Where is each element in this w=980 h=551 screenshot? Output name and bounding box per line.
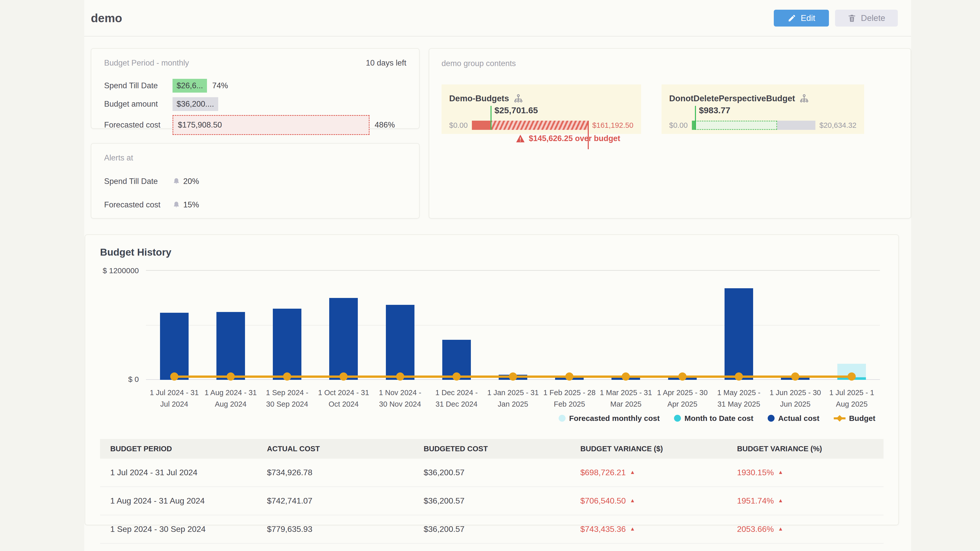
spend-till-date-row: Spend Till Date $26,6... 74% <box>104 79 406 93</box>
spend-till-date-percent: 74% <box>212 81 228 90</box>
spend-till-date-chip: $26,6... <box>172 79 207 93</box>
x-axis-label: 1 Aug 2024 - 31 Aug 2024 <box>202 387 259 410</box>
alert-spend-value: 20% <box>183 177 199 186</box>
hierarchy-icon <box>800 94 809 103</box>
budget-marker <box>622 372 630 381</box>
col-budget-period: BUDGET PERIOD <box>100 439 257 459</box>
legend-swatch-forecast <box>558 415 566 422</box>
forecasted-cost-row: Forecasted cost $175,908.50 486% <box>104 115 406 135</box>
budget-marker <box>396 372 404 381</box>
cell-period: 1 Jul 2024 - 31 Jul 2024 <box>100 459 257 487</box>
budget-tile-name: Demo-Budgets <box>449 94 509 103</box>
cell-budgeted: $36,200.57 <box>414 487 570 515</box>
chart-bar-group <box>372 270 428 380</box>
table-row[interactable]: 1 Sep 2024 - 30 Sep 2024 $779,635.93 $36… <box>100 515 883 543</box>
cell-actual: $779,635.93 <box>257 515 414 543</box>
col-budget-variance-pct: BUDGET VARIANCE (%) <box>727 439 883 459</box>
table-row[interactable]: 1 Aug 2024 - 31 Aug 2024 $742,741.07 $36… <box>100 487 883 515</box>
delete-button[interactable]: Delete <box>835 10 898 27</box>
summary-row: Budget Period - monthly 10 days left Spe… <box>91 48 911 219</box>
delete-button-label: Delete <box>861 13 885 23</box>
legend-forecasted-monthly-cost: Forecasted monthly cost <box>558 414 660 423</box>
warning-icon <box>516 135 525 142</box>
spent-segment <box>472 121 490 130</box>
budget-history-chart: $ 1200000 $ 0 1 Jul 2024 - 31 Jul 20241 … <box>146 270 880 410</box>
bell-icon <box>172 177 180 186</box>
chart-bar-group <box>541 270 598 380</box>
budget-history-title: Budget History <box>100 247 898 258</box>
y-axis-max-label: $ 1200000 <box>103 266 139 275</box>
overflow-line <box>588 121 589 149</box>
alert-forecast-value: 15% <box>183 200 199 210</box>
cell-period: 1 Sep 2024 - 30 Sep 2024 <box>100 515 257 543</box>
pencil-icon <box>788 14 796 22</box>
x-axis-label: 1 May 2025 - 31 May 2025 <box>711 387 767 410</box>
budget-marker-line <box>695 106 696 130</box>
budget-tile-name: DonotDeletePerspectiveBudget <box>669 94 795 103</box>
group-contents-title: demo group contents <box>442 59 898 68</box>
forecasted-cost-box: $175,908.50 <box>172 115 369 135</box>
chart-bar-group <box>202 270 259 380</box>
chart-bar-group <box>824 270 880 380</box>
cell-variance-usd: $743,435.36 <box>580 524 626 534</box>
remaining-segment <box>777 121 815 130</box>
legend-budget: Budget <box>834 414 875 423</box>
trash-icon <box>848 14 856 22</box>
legend-month-to-date-cost: Month to Date cost <box>674 414 753 423</box>
cell-period: 1 Aug 2024 - 31 Aug 2024 <box>100 487 257 515</box>
forecasted-cost-label: Forecasted cost <box>104 121 172 130</box>
cell-actual: $734,926.78 <box>257 459 414 487</box>
col-actual-cost: ACTUAL COST <box>257 439 414 459</box>
overspend-hatched-segment <box>490 121 588 130</box>
page-header: demo Edit Delete <box>84 0 911 37</box>
legend-label: Actual cost <box>778 414 819 423</box>
cell-variance-usd: $706,540.50 <box>580 496 626 505</box>
edit-button[interactable]: Edit <box>774 10 829 27</box>
alert-row-spend: Spend Till Date 20% <box>104 177 406 186</box>
chart-bar-group <box>598 270 654 380</box>
actual-cost-bar <box>386 305 414 380</box>
chart-bar-group <box>711 270 767 380</box>
budget-history-table: BUDGET PERIOD ACTUAL COST BUDGETED COST … <box>100 439 883 551</box>
chart-plot: $ 1200000 $ 0 <box>146 270 880 380</box>
alert-spend-label: Spend Till Date <box>104 177 172 186</box>
up-triangle-icon: ▲ <box>778 526 783 532</box>
edit-button-label: Edit <box>801 13 815 23</box>
chart-bar-group <box>146 270 202 380</box>
chart-bar-group <box>654 270 711 380</box>
chart-bar-group <box>315 270 372 380</box>
budget-period-card: Budget Period - monthly 10 days left Spe… <box>91 48 420 129</box>
forecasted-cost-percent: 486% <box>375 121 395 130</box>
legend-swatch-budget <box>834 417 845 419</box>
legend-swatch-actual <box>768 415 775 422</box>
budget-marker <box>565 372 573 381</box>
budget-marker <box>452 372 461 381</box>
actual-cost-bar <box>216 312 245 380</box>
legend-actual-cost: Actual cost <box>768 414 819 423</box>
budget-tile-demo-budgets[interactable]: Demo-Budgets $0.00 $25,701.65 $161,192.5… <box>442 84 641 134</box>
spent-amount-label: $983.77 <box>699 105 730 115</box>
x-axis-label: 1 Oct 2024 - 31 Oct 2024 <box>315 387 372 410</box>
budget-marker <box>170 372 178 381</box>
budget-marker <box>283 372 291 381</box>
cell-budgeted: $36,200.57 <box>414 459 570 487</box>
bar-min-label: $0.00 <box>669 121 688 130</box>
bar-max-label: $20,634.32 <box>819 121 856 130</box>
budget-marker <box>735 372 743 381</box>
legend-label: Forecasted monthly cost <box>569 414 660 423</box>
over-budget-label: $145,626.25 over budget <box>529 134 620 143</box>
actual-cost-bar <box>724 288 753 380</box>
forecast-segment <box>695 121 777 130</box>
table-row[interactable]: 1 Jul 2024 - 31 Jul 2024 $734,926.78 $36… <box>100 459 883 487</box>
actual-cost-bar <box>329 298 358 380</box>
spent-segment <box>692 121 695 130</box>
days-left-label: 10 days left <box>366 59 406 68</box>
up-triangle-icon: ▲ <box>630 526 635 532</box>
cell-budgeted: $36,200.57 <box>414 515 570 543</box>
budget-meter-over: $25,701.65 <box>472 121 588 130</box>
alert-forecast-label: Forecasted cost <box>104 200 172 210</box>
page-title: demo <box>91 11 122 25</box>
cell-variance-pct: 2053.66% <box>737 524 774 534</box>
budget-marker <box>791 372 799 381</box>
budget-tile-donotdelete[interactable]: DonotDeletePerspectiveBudget $0.00 $983.… <box>662 84 864 134</box>
